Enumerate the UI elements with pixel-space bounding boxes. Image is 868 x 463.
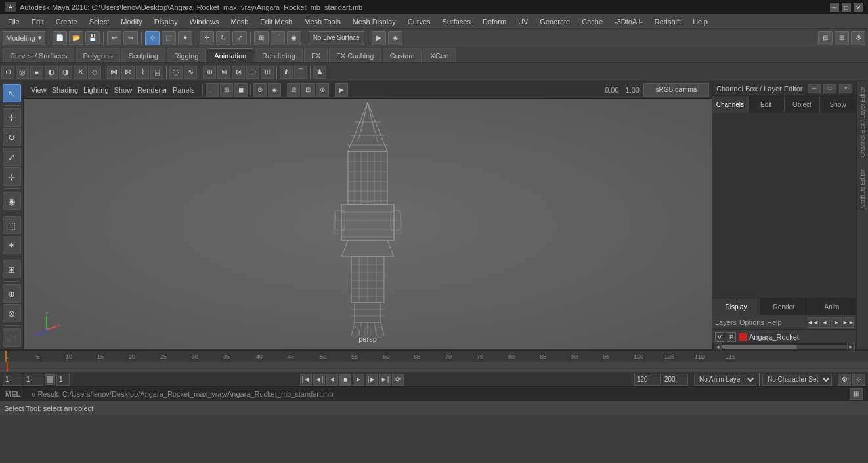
tab-polygons[interactable]: Polygons (76, 48, 119, 62)
stop-button[interactable]: ■ (339, 374, 351, 386)
panel-close-button[interactable]: ✕ (839, 84, 852, 93)
scrollbar-track[interactable] (722, 345, 847, 349)
del-key-button[interactable]: ✕ (74, 66, 87, 79)
menu-edit-mesh[interactable]: Edit Mesh (255, 16, 297, 27)
tab-channels[interactable]: Channels (712, 96, 749, 113)
menu-help[interactable]: Help (687, 16, 713, 27)
mute-button[interactable]: ◇ (88, 66, 101, 79)
tab-rendering[interactable]: Rendering (255, 48, 303, 62)
scrollbar-thumb[interactable] (722, 345, 797, 349)
anim-layer-dropdown[interactable]: No Anim Layer (694, 374, 756, 386)
tab-render[interactable]: Render (760, 298, 808, 315)
layer-scrollbar[interactable]: ◄ ► (712, 344, 856, 349)
panel-minimize-button[interactable]: ─ (808, 84, 821, 93)
script-editor-button[interactable]: ⊞ (850, 388, 863, 400)
attribute-editor-side-label[interactable]: Attribute Editor (859, 167, 866, 211)
menu-file[interactable]: File (3, 16, 25, 27)
tab-rigging[interactable]: Rigging (167, 48, 206, 62)
vp-menu-panels[interactable]: Panels (171, 86, 197, 94)
menu-surfaces[interactable]: Surfaces (437, 16, 476, 27)
motion-trail-button[interactable]: ∿ (184, 66, 197, 79)
layer-arrow-first[interactable]: ◄◄ (808, 317, 818, 328)
camera-button[interactable]: 🎥 (3, 328, 21, 347)
viewport[interactable]: View Shading Lighting Show Renderer Pane… (24, 81, 712, 349)
point-constrain-button[interactable]: ⊠ (232, 66, 245, 79)
start-frame-input[interactable] (3, 374, 22, 386)
menu-display[interactable]: Display (149, 16, 183, 27)
dope-sheet-button[interactable]: ⌸ (150, 66, 163, 79)
menu-windows[interactable]: Windows (184, 16, 225, 27)
tab-edit[interactable]: Edit (749, 96, 785, 113)
select-tool-button[interactable]: ⊹ (145, 31, 160, 45)
channel-box-side-label[interactable]: Channel Box / Layer Editor (859, 84, 866, 160)
settings-button[interactable]: ⚙ (851, 31, 865, 45)
step-back-button[interactable]: ◄| (313, 374, 325, 386)
vp-display-button[interactable]: ⊗ (316, 83, 329, 97)
tab-show[interactable]: Show (820, 96, 856, 113)
tab-fx-caching[interactable]: FX Caching (329, 48, 381, 62)
anim-end-input[interactable] (634, 374, 661, 386)
vp-menu-shading[interactable]: Shading (50, 86, 80, 94)
menu-generate[interactable]: Generate (534, 16, 575, 27)
save-file-button[interactable]: 💾 (85, 31, 100, 45)
go-start-button[interactable]: |◄ (300, 374, 312, 386)
parent-constrain-button[interactable]: ⊗ (217, 66, 230, 79)
vp-shade-button[interactable]: ◼ (234, 83, 248, 97)
menu-edit[interactable]: Edit (26, 16, 49, 27)
spline-ik-button[interactable]: ⌒ (294, 66, 307, 79)
rotate-tool-button[interactable]: ↻ (216, 31, 230, 45)
tab-anim[interactable]: Anim (808, 298, 856, 315)
max-end-input[interactable] (662, 374, 688, 386)
panel-expand-button[interactable]: □ (823, 84, 836, 93)
human-ik-button[interactable]: ♟ (313, 66, 326, 79)
graph-editor-button[interactable]: ⌇ (136, 66, 149, 79)
tab-fx[interactable]: FX (304, 48, 328, 62)
layer-arrow-last[interactable]: ►► (843, 317, 854, 328)
ghost-button[interactable]: ◌ (169, 66, 183, 79)
vp-menu-renderer[interactable]: Renderer (135, 86, 169, 94)
tab-xgen[interactable]: XGen (423, 48, 456, 62)
anim-settings-button[interactable]: ⚙ (838, 374, 851, 386)
tab-animation[interactable]: Animation (207, 48, 253, 62)
snap-curve-button[interactable]: ⌒ (271, 31, 285, 45)
timeline-ruler[interactable]: 1 5 10 15 20 25 30 35 40 45 50 55 60 65 … (0, 350, 868, 362)
camera-settings-button[interactable]: 🎥 (206, 83, 219, 97)
breakdown-button[interactable]: ◑ (59, 66, 72, 79)
menu-cache[interactable]: Cache (576, 16, 608, 27)
go-end-button[interactable]: ►| (379, 374, 391, 386)
play-back-button[interactable]: ◄ (326, 374, 338, 386)
menu-3dto[interactable]: -3DtoAll- (609, 16, 648, 27)
show-manip-button[interactable]: ⊞ (3, 260, 21, 278)
new-file-button[interactable]: 📄 (53, 31, 67, 45)
workspace-dropdown[interactable]: Modeling ▾ (3, 31, 45, 45)
frame-num-input[interactable] (56, 374, 70, 386)
weighted-tang-button[interactable]: ⋉ (121, 66, 135, 79)
snap-settings-button[interactable]: ⊕ (3, 284, 21, 303)
menu-select[interactable]: Select (84, 16, 115, 27)
tab-curves-surfaces[interactable]: Curves / Surfaces (3, 48, 74, 62)
measure-button[interactable]: ⊗ (3, 304, 21, 322)
undo-button[interactable]: ↩ (107, 31, 121, 45)
character-set-dropdown[interactable]: No Character Set (762, 374, 832, 386)
menu-mesh[interactable]: Mesh (225, 16, 253, 27)
vp-isolate-button[interactable]: ⊙ (253, 83, 267, 97)
move-mode-button[interactable]: ✛ (3, 108, 21, 127)
vp-menu-lighting[interactable]: Lighting (81, 86, 111, 94)
snap-point-button[interactable]: ◉ (287, 31, 301, 45)
viewport-canvas[interactable]: X Y Z persp (24, 99, 712, 349)
soft-mod-button[interactable]: ◉ (3, 192, 21, 210)
scale-mode-button[interactable]: ⤢ (3, 148, 21, 166)
select-mode-button[interactable]: ↖ (3, 84, 21, 102)
render-region-button[interactable]: ▶ (372, 31, 386, 45)
options-label[interactable]: Options (739, 319, 764, 326)
menu-curves[interactable]: Curves (402, 16, 436, 27)
layer-arrow-prev[interactable]: ◄ (819, 317, 830, 328)
key-custom-button[interactable]: ● (30, 66, 43, 79)
tab-display[interactable]: Display (712, 298, 760, 315)
layer-visibility-toggle[interactable]: V (715, 332, 724, 342)
key-all-button[interactable]: ⊙ (1, 66, 14, 79)
vp-menu-show[interactable]: Show (112, 86, 135, 94)
grid-toggle-button[interactable]: ⊟ (818, 31, 833, 45)
menu-mesh-tools[interactable]: Mesh Tools (299, 16, 345, 27)
step-forward-button[interactable]: |► (366, 374, 378, 386)
